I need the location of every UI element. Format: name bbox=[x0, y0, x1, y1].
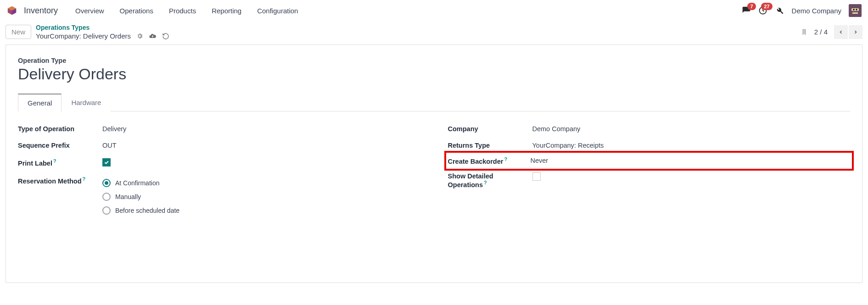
messages-icon[interactable]: 7 bbox=[739, 4, 753, 17]
cloud-upload-icon[interactable] bbox=[149, 32, 157, 40]
new-button[interactable]: New bbox=[6, 25, 31, 39]
bookmark-icon[interactable] bbox=[801, 28, 808, 37]
app-name[interactable]: Inventory bbox=[24, 6, 58, 16]
app-logo-icon[interactable] bbox=[6, 5, 17, 16]
tab-hardware[interactable]: Hardware bbox=[62, 94, 111, 111]
menu-configuration[interactable]: Configuration bbox=[251, 3, 304, 18]
form-col-left: Type of Operation Delivery Sequence Pref… bbox=[18, 121, 420, 222]
svg-rect-8 bbox=[852, 12, 858, 14]
tabs: General Hardware bbox=[18, 93, 850, 111]
tools-icon[interactable] bbox=[773, 4, 786, 17]
label-type-of-operation: Type of Operation bbox=[18, 125, 101, 133]
value-create-backorder[interactable]: Never bbox=[531, 157, 851, 164]
label-returns-type: Returns Type bbox=[448, 142, 531, 149]
value-company[interactable]: Demo Company bbox=[532, 125, 851, 133]
radio-off-icon bbox=[102, 193, 111, 201]
label-operation-type: Operation Type bbox=[18, 57, 850, 64]
checkbox-show-detailed[interactable] bbox=[532, 172, 541, 181]
gear-icon[interactable] bbox=[136, 33, 143, 39]
menu-operations[interactable]: Operations bbox=[113, 3, 160, 18]
help-icon[interactable]: ? bbox=[484, 180, 487, 185]
label-create-backorder: Create Backorder? bbox=[448, 156, 531, 165]
help-icon[interactable]: ? bbox=[504, 156, 507, 162]
label-show-detailed: Show Detailed Operations? bbox=[448, 172, 531, 189]
svg-point-7 bbox=[856, 9, 857, 11]
label-reservation-method: Reservation Method? bbox=[18, 176, 101, 185]
activities-icon[interactable]: 27 bbox=[756, 4, 770, 17]
tab-general[interactable]: General bbox=[18, 94, 62, 111]
menu-products[interactable]: Products bbox=[162, 3, 202, 18]
help-icon[interactable]: ? bbox=[53, 158, 56, 164]
label-sequence-prefix: Sequence Prefix bbox=[18, 142, 101, 149]
checkbox-print-label[interactable] bbox=[102, 158, 111, 166]
form-sheet: Operation Type Delivery Orders General H… bbox=[6, 44, 862, 283]
form-col-right: Company Demo Company Returns Type YourCo… bbox=[448, 121, 851, 222]
radio-on-icon bbox=[102, 179, 111, 187]
value-type-of-operation[interactable]: Delivery bbox=[102, 125, 420, 133]
record-title[interactable]: Delivery Orders bbox=[18, 65, 850, 83]
help-icon[interactable]: ? bbox=[83, 176, 86, 182]
svg-rect-5 bbox=[851, 8, 859, 11]
pager-prev[interactable] bbox=[834, 25, 848, 39]
value-sequence-prefix[interactable]: OUT bbox=[102, 142, 420, 149]
breadcrumb-row: New Operations Types YourCompany: Delive… bbox=[0, 21, 868, 44]
pager-next[interactable] bbox=[849, 25, 862, 39]
avatar[interactable] bbox=[849, 4, 862, 17]
undo-icon[interactable] bbox=[162, 33, 169, 40]
menu-reporting[interactable]: Reporting bbox=[205, 3, 248, 18]
messages-badge: 7 bbox=[747, 3, 756, 10]
activities-badge: 27 bbox=[761, 3, 772, 10]
radio-before-scheduled[interactable]: Before scheduled date bbox=[102, 204, 420, 217]
topnav: Inventory Overview Operations Products R… bbox=[0, 0, 868, 21]
pager-text[interactable]: 2 / 4 bbox=[814, 28, 828, 36]
breadcrumb-title: YourCompany: Delivery Orders bbox=[36, 32, 131, 40]
company-switcher[interactable]: Demo Company bbox=[792, 7, 841, 15]
label-company: Company bbox=[448, 125, 531, 133]
breadcrumb-link[interactable]: Operations Types bbox=[36, 24, 169, 31]
svg-point-6 bbox=[853, 9, 855, 11]
label-print-label: Print Label? bbox=[18, 158, 101, 167]
radio-at-confirmation[interactable]: At Confirmation bbox=[102, 176, 420, 190]
radio-off-icon bbox=[102, 206, 111, 215]
value-returns-type[interactable]: YourCompany: Receipts bbox=[532, 142, 851, 149]
radio-manually[interactable]: Manually bbox=[102, 190, 420, 204]
menu-overview[interactable]: Overview bbox=[69, 3, 111, 18]
radio-group-reservation: At Confirmation Manually Before schedule… bbox=[102, 176, 420, 217]
